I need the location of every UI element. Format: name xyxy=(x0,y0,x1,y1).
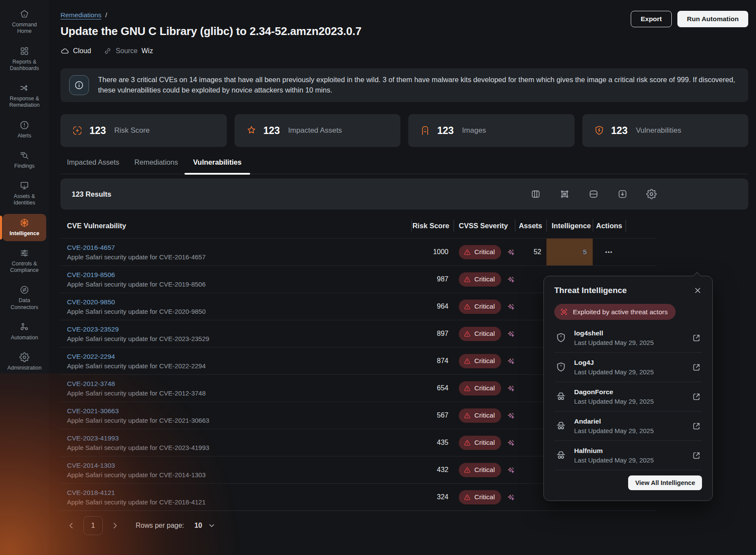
sidebar-item[interactable]: Reports & Dashboards xyxy=(3,42,46,77)
sidebar-item[interactable]: Data Connectors xyxy=(3,281,46,315)
cve-link[interactable]: CVE-2016-4657 xyxy=(67,244,115,252)
alert-triangle-icon xyxy=(464,249,471,256)
rows-view-icon[interactable] xyxy=(588,189,599,199)
external-link-icon[interactable] xyxy=(692,363,701,372)
group-frame-icon[interactable] xyxy=(559,189,570,199)
column-header-assets[interactable]: Assets xyxy=(515,213,546,238)
cve-description: Apple Safari security update for CVE-201… xyxy=(67,471,206,478)
severity-label: Critical xyxy=(474,275,495,283)
sidebar-item[interactable]: Intelligence xyxy=(3,214,46,241)
sidebar-item[interactable]: Assets & Identities xyxy=(3,177,46,211)
previous-page-icon[interactable] xyxy=(67,521,76,530)
tab[interactable]: Vulnerabilities xyxy=(193,158,241,174)
stat-cards: 123 Risk Score 123 Impacted Assets 123 I… xyxy=(60,114,748,147)
assets-cell xyxy=(515,348,546,374)
severity-badge: Critical xyxy=(459,300,501,314)
ai-sparkle-icon[interactable] xyxy=(507,437,515,448)
cve-link[interactable]: CVE-2019-8506 xyxy=(67,271,115,279)
ai-sparkle-icon[interactable] xyxy=(507,465,515,475)
next-page-icon[interactable] xyxy=(111,521,119,530)
intelligence-list-item[interactable]: log4shell Last Updated May 29, 2025 xyxy=(554,323,702,353)
cve-link[interactable]: CVE-2022-2294 xyxy=(67,353,115,360)
external-link-icon[interactable] xyxy=(692,333,701,343)
severity-badge: Critical xyxy=(459,354,501,368)
ai-sparkle-icon[interactable] xyxy=(507,410,515,421)
assets-cell: 52 xyxy=(515,239,546,265)
sidebar-item[interactable]: Controls & Compliance xyxy=(3,244,46,278)
column-header-intelligence[interactable]: Intelligence xyxy=(546,213,593,238)
severity-cell: Critical xyxy=(454,266,515,293)
sidebar-item-label: Data Connectors xyxy=(4,297,44,311)
download-icon[interactable] xyxy=(617,189,628,199)
severity-badge: Critical xyxy=(459,381,501,396)
stat-card-icon xyxy=(246,125,257,136)
alert-triangle-icon xyxy=(464,466,471,474)
external-link-icon[interactable] xyxy=(692,451,701,460)
intelligence-list-item[interactable]: DagonForce Last Updated May 29, 2025 xyxy=(554,382,702,411)
sidebar-item-icon xyxy=(19,181,29,191)
column-header-cvss-severity[interactable]: CVSS Severity xyxy=(454,213,515,238)
cve-link[interactable]: CVE-2020-9850 xyxy=(67,298,115,306)
sidebar-item-icon xyxy=(19,46,29,56)
cve-link[interactable]: CVE-2023-41993 xyxy=(67,434,119,442)
breadcrumb-remediations-link[interactable]: Remediations xyxy=(60,11,102,19)
alert-triangle-icon xyxy=(464,276,471,283)
ai-sparkle-icon[interactable] xyxy=(507,329,515,339)
threat-actor-icon xyxy=(559,307,569,316)
pagination: 1 Rows per page: 10 xyxy=(60,510,657,535)
page-number[interactable]: 1 xyxy=(83,516,103,535)
stat-card: 123 Vulnerabilities xyxy=(582,114,749,147)
column-header-cve[interactable]: CVE Vulnerability xyxy=(60,213,411,238)
export-button[interactable]: Export xyxy=(631,11,672,27)
risk-score-cell: 964 xyxy=(411,293,454,320)
rows-per-page-dropdown-icon[interactable] xyxy=(208,522,215,529)
ai-sparkle-icon[interactable] xyxy=(507,301,515,312)
close-icon[interactable] xyxy=(693,286,702,295)
cve-link[interactable]: CVE-2023-23529 xyxy=(67,325,119,333)
stat-card-value: 123 xyxy=(611,125,628,137)
ai-sparkle-icon[interactable] xyxy=(507,356,515,367)
sidebar-item[interactable]: Automation xyxy=(3,318,46,345)
cve-link[interactable]: CVE-2014-1303 xyxy=(67,462,115,469)
tab[interactable]: Remediations xyxy=(134,158,178,174)
ai-sparkle-icon[interactable] xyxy=(507,247,515,258)
source-label: Source xyxy=(116,47,138,55)
severity-badge: Critical xyxy=(459,327,501,341)
ai-sparkle-icon[interactable] xyxy=(507,492,515,503)
intelligence-list-item[interactable]: Log4J Last Updated May 29, 2025 xyxy=(554,353,702,382)
severity-cell: Critical xyxy=(454,456,515,483)
cve-link[interactable]: CVE-2018-4121 xyxy=(67,489,115,497)
tab[interactable]: Impacted Assets xyxy=(67,158,119,174)
stat-card-value: 123 xyxy=(264,125,280,137)
rows-per-page-label: Rows per page: xyxy=(136,522,184,529)
cve-link[interactable]: CVE-2021-30663 xyxy=(67,407,119,415)
rows-per-page-value[interactable]: 10 xyxy=(194,522,202,529)
table-settings-icon[interactable] xyxy=(646,189,657,199)
cve-description: Apple Safari security update for CVE-202… xyxy=(67,308,206,315)
ai-sparkle-icon[interactable] xyxy=(507,383,515,394)
run-automation-button[interactable]: Run Automation xyxy=(677,11,748,27)
row-actions-menu[interactable]: ⋯ xyxy=(593,239,626,265)
actor-last-updated: Last Updated May 29, 2025 xyxy=(574,339,654,346)
actor-type-icon xyxy=(555,391,567,402)
intelligence-list-item[interactable]: Andariel Last Updated May 29, 2025 xyxy=(554,411,702,441)
results-count: 123 Results xyxy=(72,190,111,198)
cve-link[interactable]: CVE-2012-3748 xyxy=(67,380,115,388)
external-link-icon[interactable] xyxy=(692,392,701,402)
column-header-actions[interactable]: Actions xyxy=(593,213,626,238)
columns-view-icon[interactable] xyxy=(530,189,541,199)
intelligence-list-item[interactable]: Halfnium Last Updated May 29, 2025 xyxy=(554,441,702,470)
view-all-intelligence-button[interactable]: View All Intelligence xyxy=(628,475,702,490)
alert-triangle-icon xyxy=(464,385,471,392)
sidebar-item[interactable]: Findings xyxy=(3,147,46,174)
sidebar-item[interactable]: Administration xyxy=(3,348,46,376)
sidebar-item[interactable]: Response & Remediation xyxy=(3,79,46,113)
column-header-risk-score[interactable]: Risk Score xyxy=(411,213,454,238)
sidebar-item[interactable]: Alerts xyxy=(3,116,46,144)
stat-card-value: 123 xyxy=(437,125,454,137)
ai-sparkle-icon[interactable] xyxy=(507,274,515,285)
external-link-icon[interactable] xyxy=(692,421,701,431)
actor-last-updated: Last Updated May 29, 2025 xyxy=(574,398,654,405)
intelligence-cell[interactable]: 5 xyxy=(546,239,593,265)
sidebar-item[interactable]: Command Home xyxy=(3,5,46,39)
